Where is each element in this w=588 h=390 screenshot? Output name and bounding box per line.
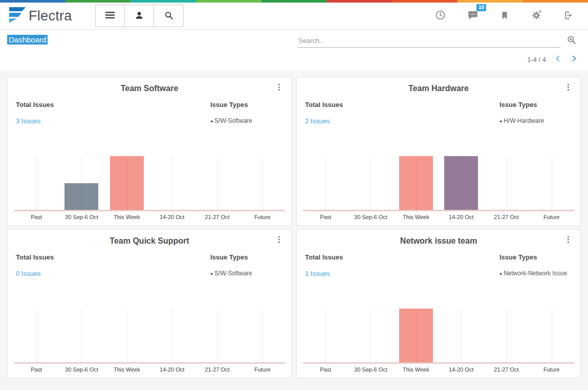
gridline: [416, 309, 417, 362]
gridline: [552, 156, 552, 210]
x-axis-label: This Week: [394, 366, 439, 373]
logout-icon: [563, 10, 574, 22]
gridline: [81, 309, 82, 362]
gridline: [172, 309, 172, 362]
x-axis-label: Future: [240, 214, 285, 220]
chart-column: [303, 309, 348, 362]
total-issues-link[interactable]: 1 Issues: [305, 270, 499, 277]
card-links: 0 Issues S/W-Software: [8, 270, 291, 277]
search-input[interactable]: [297, 34, 560, 48]
gridline: [325, 156, 326, 210]
x-axis-label: 30 Sep-6 Oct: [348, 214, 393, 220]
chart-column: [348, 309, 393, 362]
header-right-icons: 10: [434, 9, 579, 24]
chart-area: Past30 Sep-6 OctThis Week14-20 Oct21-27 …: [8, 156, 291, 225]
chart-column: [104, 309, 149, 362]
flectra-logo-icon: [6, 6, 27, 26]
chart-column: [149, 156, 194, 210]
issue-types-label: Issue Types: [499, 101, 572, 109]
chart-column: [149, 309, 194, 362]
x-axis-label: 14-20 Oct: [149, 214, 194, 220]
bar-chart-plot: [14, 309, 285, 363]
team-card-hardware: Team Hardware ⋮ Total Issues Issue Types…: [296, 77, 581, 226]
pager-prev-button[interactable]: [554, 55, 562, 64]
team-card-network: Network issue team ⋮ Total Issues Issue …: [296, 229, 581, 378]
legend-item: Network-Network Issue: [499, 270, 572, 277]
x-axis-label: Past: [303, 366, 348, 373]
gridline: [371, 156, 371, 210]
card-title: Team Software: [121, 84, 179, 93]
gridline: [506, 156, 507, 210]
page-title[interactable]: Dashboard: [7, 35, 48, 45]
total-issues-link[interactable]: 3 Issues: [16, 117, 210, 125]
x-axis-label: Future: [529, 214, 574, 220]
x-axis-label: 21-27 Oct: [194, 214, 239, 220]
kebab-menu-icon[interactable]: ⋮: [564, 235, 572, 244]
x-axis-label: 21-27 Oct: [194, 366, 239, 373]
bar-chart-plot: [303, 309, 574, 363]
gear-icon: [531, 10, 542, 23]
kebab-menu-icon[interactable]: ⋮: [275, 235, 283, 244]
card-links: 1 Issues Network-Network Issue: [297, 270, 580, 277]
bar-chart-plot: [303, 156, 574, 210]
advanced-search-button[interactable]: [565, 34, 578, 48]
gridline: [217, 309, 217, 362]
team-card-software: Team Software ⋮ Total Issues Issue Types…: [7, 77, 292, 226]
total-issues-label: Total Issues: [16, 253, 210, 261]
legend-item: H/W-Hardware: [499, 117, 572, 125]
user-button[interactable]: [125, 5, 154, 27]
flectra-logo[interactable]: Flectra: [6, 6, 92, 26]
x-axis-label: 21-27 Oct: [484, 214, 529, 220]
bookmark-button[interactable]: [499, 9, 510, 23]
gridline: [263, 309, 263, 362]
x-axis-label: 14-20 Oct: [439, 366, 484, 373]
gridline: [36, 309, 37, 362]
card-header: Team Quick Support ⋮: [8, 230, 291, 246]
total-issues-link[interactable]: 2 Issues: [305, 117, 499, 125]
gridline: [506, 309, 507, 362]
top-bar: Flectra: [0, 0, 588, 30]
gridline: [81, 156, 82, 210]
chart-area: Past30 Sep-6 OctThis Week14-20 Oct21-27 …: [297, 309, 580, 378]
card-title: Network issue team: [400, 236, 477, 245]
kebab-menu-icon[interactable]: ⋮: [275, 82, 283, 92]
clock-icon: [435, 10, 446, 22]
chart-column: [240, 156, 285, 210]
messages-button[interactable]: 10: [466, 9, 480, 23]
card-links: 2 Issues H/W-Hardware: [297, 117, 580, 125]
apps-menu-button[interactable]: [96, 5, 125, 27]
chart-column: [394, 156, 439, 210]
x-axis-labels: Past30 Sep-6 OctThis Week14-20 Oct21-27 …: [14, 214, 285, 220]
user-icon: [135, 11, 144, 21]
card-header: Team Software ⋮: [8, 77, 291, 93]
gridline: [552, 309, 552, 362]
hamburger-icon: [105, 11, 115, 20]
logout-button[interactable]: [562, 9, 575, 23]
x-axis-label: This Week: [104, 214, 149, 220]
card-meta: Total Issues Issue Types: [8, 253, 291, 261]
dashboard-grid: Team Software ⋮ Total Issues Issue Types…: [0, 70, 588, 378]
card-meta: Total Issues Issue Types: [8, 101, 291, 109]
x-axis-label: This Week: [104, 366, 149, 373]
gridline: [172, 156, 172, 210]
search-row: [297, 34, 578, 48]
activity-clock-button[interactable]: [434, 9, 447, 23]
chart-column: [104, 156, 149, 210]
x-axis-label: Past: [303, 214, 348, 220]
total-issues-link[interactable]: 0 Issues: [16, 270, 210, 277]
pager-next-button[interactable]: [570, 55, 578, 64]
x-axis-label: 30 Sep-6 Oct: [59, 214, 104, 220]
x-axis-labels: Past30 Sep-6 OctThis Week14-20 Oct21-27 …: [303, 214, 574, 220]
gridline: [461, 156, 462, 210]
chart-column: [394, 309, 439, 362]
card-header: Network issue team ⋮: [297, 230, 580, 246]
chart-column: [14, 309, 59, 362]
kebab-menu-icon[interactable]: ⋮: [564, 82, 572, 92]
gridline: [325, 309, 326, 362]
bar-chart-plot: [14, 156, 285, 210]
search-button[interactable]: [154, 5, 183, 27]
gridline: [127, 156, 127, 210]
settings-button[interactable]: [530, 9, 543, 24]
card-title: Team Hardware: [408, 84, 469, 93]
gridline: [461, 309, 462, 362]
